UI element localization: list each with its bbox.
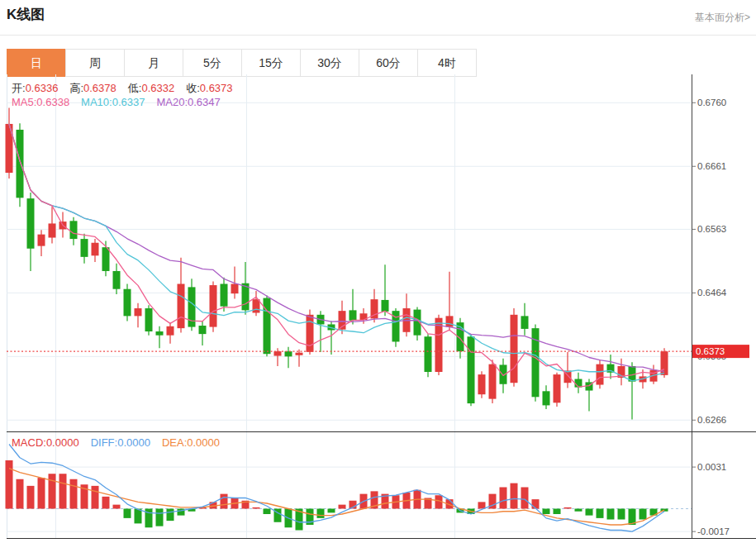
ohlc-item-2: 低:0.6332: [128, 81, 174, 96]
ma-readout: MA5:0.6338MA10:0.6337MA20:0.6347: [12, 96, 232, 108]
ohlc-readout: 开:0.6336高:0.6378低:0.6332收:0.6373: [12, 81, 245, 96]
svg-text:0.6464: 0.6464: [697, 288, 727, 298]
svg-text:0.6266: 0.6266: [697, 415, 726, 425]
svg-text:0.0031: 0.0031: [697, 462, 726, 472]
svg-text:-0.0017: -0.0017: [697, 526, 730, 536]
kline-page: K线图 基本面分析> 日周月5分15分30分60分4时 0.67600.6661…: [0, 0, 756, 543]
ma-item-0: MA5:0.6338: [12, 96, 69, 108]
svg-text:0.6373: 0.6373: [696, 346, 725, 356]
macd-item-1: DIFF:0.0000: [91, 436, 150, 449]
ohlc-item-0: 开:0.6336: [12, 81, 58, 96]
svg-text:0.6661: 0.6661: [697, 161, 726, 171]
ohlc-item-3: 收:0.6373: [186, 81, 232, 96]
svg-text:0.6563: 0.6563: [697, 224, 726, 234]
macd-readout: MACD:0.0000DIFF:0.0000DEA:0.0000: [12, 436, 231, 449]
macd-item-0: MACD:0.0000: [12, 436, 79, 449]
svg-text:0.6760: 0.6760: [697, 98, 726, 107]
macd-item-2: DEA:0.0000: [162, 436, 220, 449]
ma-item-2: MA20:0.6347: [156, 96, 220, 108]
ma-item-1: MA10:0.6337: [81, 96, 145, 108]
ohlc-item-1: 高:0.6378: [69, 81, 116, 96]
